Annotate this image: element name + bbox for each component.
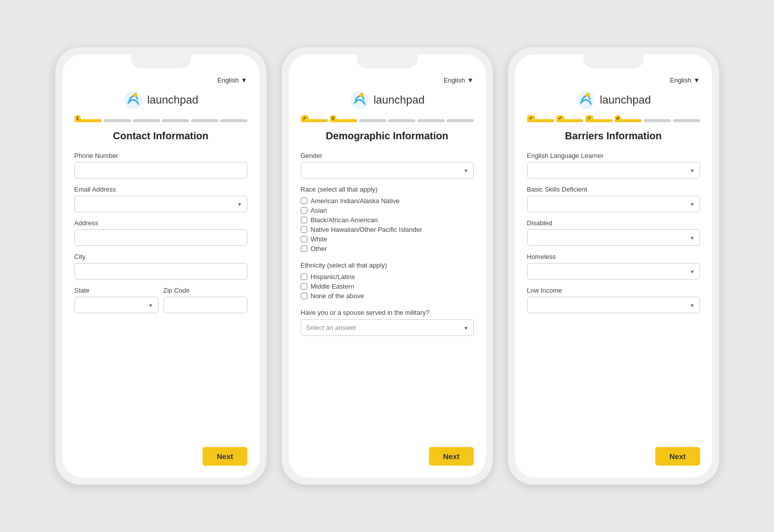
low-income-select[interactable]: Yes No: [527, 297, 700, 313]
progress-bar-1: 1: [74, 119, 247, 122]
homeless-group: Homeless Yes No ▼: [527, 253, 700, 280]
homeless-select-wrapper: Yes No ▼: [527, 263, 700, 280]
email-select[interactable]: [74, 196, 247, 212]
race-check-1[interactable]: [301, 198, 307, 204]
zip-label: Zip Code: [163, 287, 247, 294]
race-group: Race (select all that apply) American In…: [301, 186, 474, 254]
race-check-2[interactable]: [301, 207, 307, 214]
bsd-select[interactable]: Yes No: [527, 196, 700, 212]
notch-2: [357, 54, 417, 68]
race-item-1: American Indian/Alaska Native: [301, 197, 474, 205]
logo-icon-1: [123, 90, 143, 110]
zip-input[interactable]: [163, 297, 247, 313]
city-input[interactable]: [74, 263, 247, 280]
ethnicity-group: Ethnicity (select all that apply) Hispan…: [301, 261, 474, 302]
progress-seg-2-3: [359, 119, 386, 122]
lang-arrow-icon-3: ▼: [694, 76, 700, 84]
gender-group: Gender ▼: [301, 152, 474, 179]
progress-seg-1: 1: [74, 119, 102, 122]
ethnicity-check-3[interactable]: [301, 293, 307, 299]
lang-arrow-icon-1: ▼: [241, 76, 247, 84]
next-btn-row-3: Next: [527, 437, 700, 466]
phone-frame-2: English ▼ launchpad ✓: [282, 47, 493, 485]
lang-row-3: English ▼: [527, 76, 700, 84]
lang-row-1: English ▼: [74, 76, 247, 84]
bsd-label: Basic Skills Deficient: [527, 186, 700, 193]
race-option-2: Asian: [311, 207, 327, 214]
ell-select[interactable]: Yes No: [527, 162, 700, 179]
progress-seg-3-5: [644, 119, 671, 122]
progress-seg-3: [133, 119, 160, 122]
lang-label-2: English: [444, 76, 465, 84]
email-label: Email Address: [74, 186, 247, 193]
phone-screen-2: English ▼ launchpad ✓: [289, 54, 486, 478]
ell-group: English Language Learner Yes No ▼: [527, 152, 700, 179]
bsd-group: Basic Skills Deficient Yes No ▼: [527, 186, 700, 212]
logo-icon-2: [350, 90, 370, 110]
logo-text-2: launchpad: [374, 94, 425, 107]
address-input[interactable]: [74, 229, 247, 246]
next-button-2[interactable]: Next: [429, 447, 474, 466]
lang-dropdown-3[interactable]: English ▼: [670, 76, 700, 84]
address-group: Address: [74, 219, 247, 246]
lang-label-1: English: [217, 76, 239, 84]
progress-seg-4: [162, 119, 189, 122]
progress-bar-2: ✓ 2: [301, 119, 474, 122]
progress-seg-3-4: 4: [615, 119, 642, 122]
gender-select[interactable]: [301, 162, 474, 179]
race-check-5[interactable]: [301, 236, 307, 242]
ethnicity-item-1: Hispanic/Latinx: [301, 273, 474, 281]
disabled-group: Disabled Yes No ▼: [527, 219, 700, 246]
race-option-5: White: [311, 235, 327, 243]
homeless-select[interactable]: Yes No: [527, 263, 700, 280]
ethnicity-option-3: None of the above: [311, 292, 364, 300]
address-label: Address: [74, 219, 247, 227]
military-group: Have you or a spouse served in the milit…: [301, 309, 474, 336]
low-income-label: Low Income: [527, 287, 700, 294]
next-button-3[interactable]: Next: [655, 447, 700, 466]
state-select-wrapper: ▼: [74, 297, 158, 313]
ethnicity-check-2[interactable]: [301, 283, 307, 290]
progress-seg-2: [104, 119, 131, 122]
zip-group: Zip Code: [163, 287, 247, 313]
race-item-5: White: [301, 235, 474, 243]
disabled-select[interactable]: Yes No: [527, 229, 700, 246]
progress-seg-3-2: ✓: [556, 119, 583, 122]
race-check-6[interactable]: [301, 245, 307, 252]
lang-dropdown-1[interactable]: English ▼: [217, 76, 247, 84]
progress-seg-3-1: ✓: [527, 119, 554, 122]
logo-row-1: launchpad: [74, 90, 247, 110]
next-button-1[interactable]: Next: [203, 447, 247, 466]
next-btn-row-1: Next: [74, 437, 247, 466]
progress-seg-2-2: 2: [330, 119, 357, 122]
race-item-2: Asian: [301, 207, 474, 214]
progress-bar-3: ✓ ✓ ✓ 4: [527, 119, 700, 122]
city-label: City: [74, 253, 247, 260]
race-item-3: Black/African American: [301, 216, 474, 224]
next-btn-row-2: Next: [301, 437, 474, 466]
lang-dropdown-2[interactable]: English ▼: [444, 76, 474, 84]
logo-icon-3: [576, 90, 596, 110]
state-select[interactable]: [74, 297, 158, 313]
phone-input[interactable]: [74, 162, 247, 179]
ell-select-wrapper: Yes No ▼: [527, 162, 700, 179]
phone-frame-3: English ▼ launchpad ✓: [508, 47, 719, 485]
race-option-6: Other: [311, 245, 327, 252]
gender-select-wrapper: ▼: [301, 162, 474, 179]
logo-text-3: launchpad: [600, 94, 651, 107]
gender-label: Gender: [301, 152, 474, 159]
military-select[interactable]: Select an answer Yes No: [301, 319, 474, 336]
progress-seg-5: [191, 119, 218, 122]
progress-seg-3-3: ✓: [585, 119, 613, 122]
ethnicity-check-1[interactable]: [301, 274, 307, 280]
race-item-6: Other: [301, 245, 474, 252]
lang-label-3: English: [670, 76, 692, 84]
military-label: Have you or a spouse served in the milit…: [301, 309, 474, 316]
race-check-3[interactable]: [301, 217, 307, 223]
race-option-3: Black/African American: [311, 216, 378, 224]
race-check-4[interactable]: [301, 226, 307, 233]
ethnicity-option-1: Hispanic/Latinx: [311, 273, 355, 281]
logo-text-1: launchpad: [147, 94, 199, 107]
progress-seg-2-4: [388, 119, 415, 122]
state-label: State: [74, 287, 158, 294]
